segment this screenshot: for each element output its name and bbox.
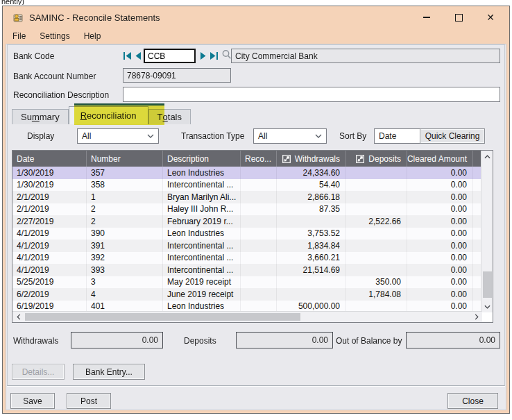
recon-description-input[interactable] (123, 87, 500, 102)
cell-filler[interactable] (473, 179, 481, 192)
cell-withdrawals[interactable]: 2,866.18 (277, 191, 346, 203)
table-row[interactable]: 1/30/2019358Intercontinental ...54.400.0… (12, 179, 493, 192)
bank-code-input[interactable] (144, 49, 196, 63)
cell-cleared[interactable]: 0.00 (407, 240, 473, 252)
cell-cleared[interactable]: 0.00 (407, 203, 473, 216)
cell-date[interactable]: 2/1/2019 (12, 191, 87, 203)
maximize-button[interactable] (443, 6, 475, 28)
cell-number[interactable]: 4 (87, 288, 163, 301)
tab-reconciliation[interactable]: Reconciliation (69, 106, 148, 124)
first-record-icon[interactable] (123, 51, 132, 60)
close-window-button[interactable]: ✕ (475, 6, 506, 28)
cell-cleared[interactable]: 0.00 (407, 167, 473, 179)
cell-filler[interactable] (473, 215, 481, 228)
cell-description[interactable]: Leon Industries (163, 167, 241, 179)
cell-description[interactable]: Intercontinental ... (163, 179, 241, 192)
menu-file[interactable]: File (6, 29, 33, 43)
cell-date[interactable]: 5/25/2019 (12, 276, 87, 289)
cell-filler[interactable] (473, 167, 481, 179)
cell-reco[interactable] (241, 288, 277, 301)
cell-filler[interactable] (473, 252, 481, 264)
horizontal-scrollbar[interactable] (12, 311, 482, 322)
cell-deposits[interactable] (346, 264, 407, 276)
cell-withdrawals[interactable] (277, 288, 346, 301)
last-record-icon[interactable] (210, 51, 219, 60)
scroll-up-icon[interactable] (481, 152, 493, 161)
cell-reco[interactable] (241, 228, 277, 240)
cell-filler[interactable] (473, 276, 481, 289)
details-button[interactable]: Details... (12, 364, 65, 380)
cell-date[interactable]: 2/1/2019 (12, 203, 87, 216)
table-row[interactable]: 2/1/20191Bryan Marilyn Ali...2,866.180.0… (12, 191, 493, 203)
horizontal-scrollbar-thumb[interactable] (25, 313, 300, 321)
cell-date[interactable]: 4/1/2019 (12, 264, 87, 276)
cell-filler[interactable] (473, 191, 481, 203)
cell-reco[interactable] (241, 179, 277, 192)
cell-filler[interactable] (473, 203, 481, 216)
cell-deposits[interactable]: 350.00 (346, 276, 407, 289)
cell-deposits[interactable] (346, 228, 407, 240)
cell-number[interactable]: 390 (87, 228, 163, 240)
cell-cleared[interactable]: 0.00 (407, 276, 473, 289)
table-row[interactable]: 1/30/2019357Leon Industries24,334.600.00 (12, 167, 493, 179)
tab-totals[interactable]: Totals (148, 109, 191, 124)
menu-help[interactable]: Help (77, 29, 108, 43)
cell-reco[interactable] (241, 276, 277, 289)
table-row[interactable]: 2/1/20192Haley III John R...87.350.00 (12, 203, 493, 216)
scroll-left-icon[interactable] (14, 312, 23, 322)
cell-date[interactable]: 2/27/2019 (12, 215, 87, 228)
tab-summary[interactable]: Summary (12, 109, 69, 124)
cell-withdrawals[interactable]: 3,753.52 (277, 228, 346, 240)
cell-withdrawals[interactable] (277, 215, 346, 228)
cell-description[interactable]: Bryan Marilyn Ali... (163, 191, 241, 203)
cell-description[interactable]: February 2019 r... (163, 215, 241, 228)
cell-number[interactable]: 3 (87, 276, 163, 289)
table-row[interactable]: 5/25/20193May 2019 receipt350.000.00 (12, 276, 493, 289)
display-combobox[interactable]: All (77, 128, 159, 144)
scroll-down-icon[interactable] (481, 302, 493, 311)
cell-deposits[interactable] (346, 252, 407, 264)
cell-number[interactable]: 358 (87, 179, 163, 192)
cell-description[interactable]: Intercontinental ... (163, 252, 241, 264)
cell-number[interactable]: 391 (87, 240, 163, 252)
cell-description[interactable]: Intercontinental ... (163, 264, 241, 276)
drilldown-icon[interactable] (356, 155, 364, 163)
cell-reco[interactable] (241, 264, 277, 276)
vertical-scrollbar[interactable] (481, 151, 493, 312)
cell-number[interactable]: 393 (87, 264, 163, 276)
cell-filler[interactable] (473, 264, 481, 276)
drilldown-icon[interactable] (282, 155, 291, 163)
cell-cleared[interactable]: 0.00 (407, 215, 473, 228)
cell-deposits[interactable]: 2,522.66 (346, 215, 407, 228)
cell-filler[interactable] (473, 288, 481, 301)
cell-date[interactable]: 1/30/2019 (12, 167, 87, 179)
cell-reco[interactable] (241, 252, 277, 264)
cell-reco[interactable] (241, 240, 277, 252)
cell-deposits[interactable] (346, 167, 407, 179)
cell-withdrawals[interactable]: 21,514.69 (277, 264, 346, 276)
cell-cleared[interactable]: 0.00 (407, 264, 473, 276)
table-row[interactable]: 4/1/2019390Leon Industries3,753.520.00 (12, 228, 493, 240)
cell-number[interactable]: 2 (87, 215, 163, 228)
cell-withdrawals[interactable] (277, 276, 346, 289)
cell-deposits[interactable]: 1,784.08 (346, 288, 407, 301)
cell-withdrawals[interactable]: 1,834.84 (277, 240, 346, 252)
cell-filler[interactable] (473, 228, 481, 240)
cell-withdrawals[interactable]: 54.40 (277, 179, 346, 192)
cell-number[interactable]: 1 (87, 191, 163, 203)
cell-date[interactable]: 4/1/2019 (12, 240, 87, 252)
transaction-type-combobox[interactable]: All (253, 128, 327, 144)
cell-description[interactable]: May 2019 receipt (163, 276, 241, 289)
previous-record-icon[interactable] (133, 51, 142, 60)
cell-cleared[interactable]: 0.00 (407, 228, 473, 240)
table-row[interactable]: 4/1/2019393Intercontinental ...21,514.69… (12, 264, 493, 276)
cell-reco[interactable] (241, 191, 277, 203)
menu-settings[interactable]: Settings (33, 29, 76, 43)
cell-withdrawals[interactable]: 87.35 (277, 203, 346, 216)
quick-clearing-button[interactable]: Quick Clearing (420, 128, 485, 144)
cell-reco[interactable] (241, 215, 277, 228)
cell-deposits[interactable] (346, 191, 407, 203)
next-record-icon[interactable] (199, 51, 208, 60)
cell-cleared[interactable]: 0.00 (407, 252, 473, 264)
cell-date[interactable]: 4/1/2019 (12, 228, 87, 240)
